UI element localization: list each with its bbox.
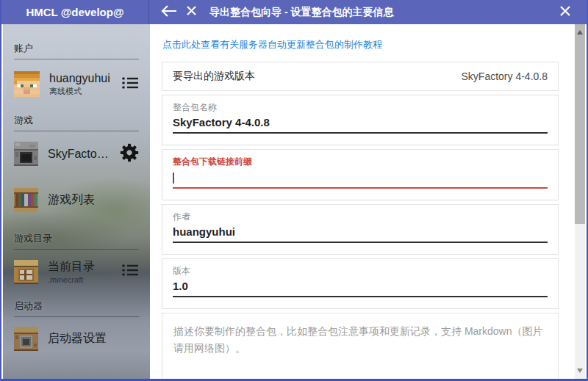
text-cursor (173, 173, 174, 184)
field-download-url-prefix: 整合包下载链接前缀 (162, 149, 559, 200)
game-settings-button[interactable] (120, 143, 139, 165)
field-author: 作者 huangyuhui (162, 204, 559, 255)
field-modpack-name-label: 整合包名称 (173, 101, 548, 114)
field-download-url-prefix-label: 整合包下载链接前缀 (173, 156, 548, 168)
game-version-row-value: SkyFactory 4-4.0.8 (462, 70, 548, 82)
app-title: HMCL @develop@ (1, 0, 148, 24)
sidebar-header-launcher: 启动器 (3, 300, 150, 313)
sidebar-item-account[interactable]: huangyuhui 离线模式 (3, 65, 150, 104)
divider (14, 59, 139, 59)
back-icon (161, 4, 177, 21)
account-mode: 离线模式 (49, 86, 110, 97)
close-window-button[interactable] (554, 0, 576, 24)
app-window: HMCL @develop@ 导出整合包向导 - 设置整合包的主要信息 (0, 0, 588, 381)
field-version-label: 版本 (173, 265, 548, 277)
field-version-input[interactable]: 1.0 (173, 280, 548, 297)
current-directory-path: .minecraft (48, 275, 95, 284)
sidebar: 账户 (3, 24, 150, 379)
scroll-up-button[interactable] (575, 27, 585, 37)
titlebar: HMCL @develop@ 导出整合包向导 - 设置整合包的主要信息 (1, 0, 587, 24)
divider (14, 249, 139, 250)
close-wizard-button[interactable] (180, 0, 202, 24)
scroll-down-icon (577, 369, 583, 373)
directory-menu-button[interactable] (121, 263, 139, 280)
field-author-input[interactable]: huangyuhui (173, 225, 548, 243)
sidebar-item-game-version[interactable]: SkyFactor… (3, 135, 150, 173)
game-version-row: 要导出的游戏版本 SkyFactory 4-4.0.8 (162, 62, 559, 91)
current-directory-label: 当前目录 (48, 259, 95, 275)
sidebar-item-game-list[interactable]: 游戏列表 (3, 181, 150, 219)
page-title: 导出整合包向导 - 设置整合包的主要信息 (209, 6, 393, 19)
dropper-icon (14, 327, 38, 351)
furnace-icon (14, 142, 38, 166)
divider (14, 316, 139, 317)
game-version-label: SkyFactor… (48, 148, 110, 161)
tutorial-link[interactable]: 点击此处查看有关服务器自动更新整合包的制作教程 (162, 38, 382, 51)
gear-icon (120, 143, 139, 165)
description-placeholder: 描述你要制作的整合包，比如整合包注意事项和更新记录，支持 Markdown（图片… (173, 323, 547, 358)
game-version-row-label: 要导出的游戏版本 (173, 70, 255, 83)
scroll-down-button[interactable] (575, 366, 585, 376)
close-icon (559, 5, 571, 20)
titlebar-main: 导出整合包向导 - 设置整合包的主要信息 (149, 0, 587, 24)
sidebar-header-account: 账户 (3, 42, 150, 55)
field-modpack-name: 整合包名称 SkyFactory 4-4.0.8 (162, 95, 559, 145)
menu-list-icon (121, 263, 139, 280)
account-name: huangyuhui (49, 72, 110, 85)
scrollbar-thumb[interactable] (575, 24, 585, 224)
minimize-button[interactable] (532, 0, 554, 24)
sidebar-item-launcher-settings[interactable]: 启动器设置 (3, 320, 150, 358)
launcher-settings-label: 启动器设置 (48, 331, 107, 346)
field-modpack-name-input[interactable]: SkyFactory 4-4.0.8 (173, 116, 548, 134)
main-content: 点击此处查看有关服务器自动更新整合包的制作教程 要导出的游戏版本 SkyFact… (150, 24, 585, 379)
sidebar-header-directory: 游戏目录 (3, 232, 150, 245)
menu-list-icon (121, 76, 139, 93)
close-wizard-icon (186, 5, 197, 19)
avatar (14, 71, 40, 97)
crafting-table-icon (14, 260, 38, 284)
account-menu-button[interactable] (121, 76, 139, 93)
description-textarea[interactable]: 描述你要制作的整合包，比如整合包注意事项和更新记录，支持 Markdown（图片… (162, 313, 559, 379)
divider (14, 131, 139, 131)
field-download-url-prefix-input[interactable] (173, 170, 548, 189)
scroll-up-icon (577, 30, 583, 35)
sidebar-item-current-directory[interactable]: 当前目录 .minecraft (3, 253, 150, 291)
field-author-label: 作者 (173, 211, 548, 223)
sidebar-header-game: 游戏 (3, 114, 150, 127)
back-button[interactable] (158, 0, 180, 24)
field-version: 版本 1.0 (162, 258, 559, 309)
scrollbar[interactable] (575, 24, 585, 379)
bookshelf-icon (14, 188, 38, 212)
game-list-label: 游戏列表 (48, 192, 95, 208)
